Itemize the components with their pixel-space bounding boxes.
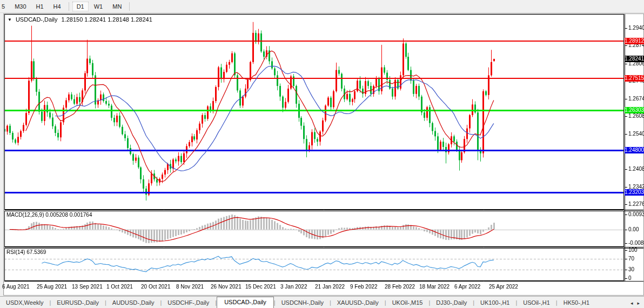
symbol-dropdown-icon[interactable]: ▼ bbox=[8, 17, 12, 23]
date-label: 9 Feb 2022 bbox=[350, 284, 378, 290]
timeframe-button-w1[interactable]: W1 bbox=[90, 2, 108, 11]
level-price-badge: 1.26303 bbox=[625, 107, 644, 113]
toolbar-divider bbox=[69, 2, 69, 11]
rsi-tick-label: 30 bbox=[628, 266, 634, 272]
macd-tick-label: 0.009345 bbox=[628, 211, 644, 217]
timeframe-toolbar: 5M30H1H4D1W1MN bbox=[0, 0, 644, 13]
symbol-tab-hk50[interactable]: HK50-,H1 bbox=[558, 298, 595, 308]
date-label: 25 Aug 2021 bbox=[37, 284, 67, 290]
date-label: 6 Apr 2022 bbox=[454, 284, 480, 290]
date-label: 20 Oct 2021 bbox=[141, 284, 170, 290]
level-price-badge: 1.23203 bbox=[625, 189, 644, 196]
date-label: 3 Jan 2022 bbox=[280, 284, 307, 290]
symbol-tab-usdcnh[interactable]: USDCNH-,Daily bbox=[276, 298, 330, 308]
symbol-tab-uk100[interactable]: UK100-,H1 bbox=[474, 298, 515, 308]
symbol-tab-eurusd[interactable]: EURUSD-,Daily bbox=[51, 298, 105, 308]
symbol-tab-bar: USDX,Weekly|EURUSD-,Daily|AUDUSD-,Daily|… bbox=[0, 296, 644, 308]
chart-ohlc-values: 1.28150 1.28241 1.28148 1.28241 bbox=[62, 16, 152, 23]
rsi-indicator-label: RSI(14) 67.5369 bbox=[6, 249, 46, 255]
price-tick-label: 1.26740 bbox=[628, 96, 644, 102]
tabs-scroll-right-icon[interactable]: ▸ bbox=[637, 300, 640, 306]
price-tick-label: 1.25400 bbox=[628, 131, 644, 137]
level-price-badge: 1.28912 bbox=[625, 38, 644, 44]
timeframe-button-m30[interactable]: M30 bbox=[10, 2, 30, 11]
date-label: 6 Aug 2021 bbox=[2, 284, 30, 290]
date-label: 15 Dec 2021 bbox=[245, 284, 276, 290]
date-label: 25 Apr 2022 bbox=[489, 284, 518, 290]
symbol-tab-usdx[interactable]: USDX,Weekly bbox=[0, 298, 49, 308]
date-label: 26 Nov 2021 bbox=[211, 284, 242, 290]
toolbar-divider bbox=[129, 2, 130, 11]
date-label: 21 Jan 2022 bbox=[315, 284, 345, 290]
rsi-tick-label: 100 bbox=[628, 247, 638, 253]
symbol-tab-dj30[interactable]: DJ30-,Daily bbox=[430, 298, 473, 308]
timeframe-button-h1[interactable]: H1 bbox=[32, 2, 48, 11]
symbol-tab-xauusd[interactable]: XAUUSD-,Daily bbox=[331, 298, 385, 308]
date-label: 13 Sep 2021 bbox=[72, 284, 103, 290]
rsi-tick-label: 70 bbox=[628, 256, 634, 262]
date-label: 8 Nov 2021 bbox=[176, 284, 204, 290]
symbol-tab-usdchf[interactable]: USDCHF-,Daily bbox=[162, 298, 215, 308]
macd-tick-label: -0.00890 bbox=[628, 240, 644, 246]
symbol-tab-ukoil[interactable]: UKOil-,M15 bbox=[386, 298, 429, 308]
chart-title: ▼ USDCAD-,Daily 1.28150 1.28241 1.28148 … bbox=[8, 16, 152, 23]
date-label: 28 Feb 2022 bbox=[385, 284, 415, 290]
timeframe-button-h4[interactable]: H4 bbox=[49, 2, 65, 11]
price-tick-label: 1.26080 bbox=[628, 113, 644, 119]
symbol-tab-usdcad[interactable]: USDCAD-,Daily bbox=[217, 297, 274, 308]
level-price-badge: 1.27515 bbox=[625, 75, 644, 82]
chart-symbol-label: USDCAD-,Daily bbox=[16, 16, 58, 23]
macd-tick-label: 0.00 bbox=[628, 226, 639, 232]
date-label: 1 Oct 2021 bbox=[106, 284, 133, 290]
price-tick-label: 1.29400 bbox=[628, 25, 644, 31]
date-label: 18 Mar 2022 bbox=[419, 284, 450, 290]
current-price-badge: 1.28241 bbox=[625, 56, 644, 62]
tabs-scroll-left-icon[interactable]: ◂ bbox=[630, 300, 633, 306]
symbol-tab-usoil[interactable]: USOil-,H1 bbox=[517, 298, 556, 308]
price-tick-label: 1.24080 bbox=[628, 166, 644, 172]
price-tick-label: 1.22760 bbox=[628, 201, 644, 207]
level-price-badge: 1.24800 bbox=[625, 147, 644, 153]
macd-indicator-label: MACD(12,26,9) 0.005208 0.001764 bbox=[6, 212, 92, 218]
rsi-tick-label: 0 bbox=[628, 275, 632, 281]
timeframe-button-5[interactable]: 5 bbox=[0, 2, 9, 11]
timeframe-button-mn[interactable]: MN bbox=[108, 2, 126, 11]
symbol-tab-audusd[interactable]: AUDUSD-,Daily bbox=[106, 298, 160, 308]
price-chart-canvas[interactable] bbox=[0, 13, 644, 296]
timeframe-button-d1[interactable]: D1 bbox=[72, 2, 89, 11]
